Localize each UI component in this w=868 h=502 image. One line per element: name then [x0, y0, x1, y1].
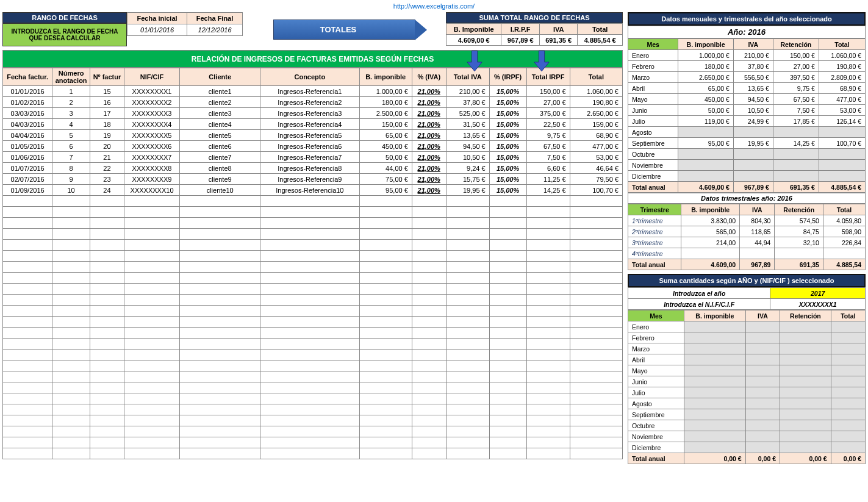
cell[interactable]: 159,00 € — [570, 119, 622, 130]
cell[interactable]: Ingresos-Referencia4 — [260, 119, 359, 130]
cell[interactable]: XXXXXXXX2 — [124, 97, 179, 108]
cell[interactable]: 94,50 € — [446, 141, 489, 152]
cell[interactable]: 21,00% — [412, 174, 446, 185]
cell[interactable]: XXXXXXXX8 — [124, 163, 179, 174]
cell[interactable]: 375,00 € — [526, 108, 570, 119]
table-row[interactable]: 03/03/2016317XXXXXXXX3cliente3Ingresos-R… — [3, 108, 623, 119]
cell[interactable]: 04/03/2016 — [3, 119, 52, 130]
cell[interactable]: cliente10 — [180, 185, 260, 196]
cell[interactable]: 9,24 € — [446, 163, 489, 174]
cell[interactable]: 5 — [52, 130, 90, 141]
cell[interactable]: 21,00% — [412, 152, 446, 163]
cell[interactable]: 22,50 € — [526, 119, 570, 130]
cell[interactable]: 21,00% — [412, 163, 446, 174]
cell[interactable]: 79,50 € — [570, 174, 622, 185]
cell[interactable]: 21,00% — [412, 141, 446, 152]
cell[interactable]: 15,00% — [489, 130, 526, 141]
fecha-final-value[interactable]: 12/12/2016 — [187, 24, 243, 36]
table-row-empty[interactable] — [3, 262, 623, 273]
cell[interactable]: 01/05/2016 — [3, 141, 52, 152]
cell[interactable]: 19,95 € — [446, 185, 489, 196]
cell[interactable]: 15 — [90, 86, 124, 97]
table-row-empty[interactable] — [3, 273, 623, 284]
table-row-empty[interactable] — [3, 317, 623, 328]
table-row-empty[interactable] — [3, 437, 623, 448]
cell[interactable]: 21,00% — [412, 185, 446, 196]
cell[interactable]: XXXXXXXX9 — [124, 174, 179, 185]
cell[interactable]: 8 — [52, 163, 90, 174]
right2-ano-value[interactable]: 2017 — [770, 288, 866, 299]
cell[interactable]: 23 — [90, 174, 124, 185]
cell[interactable]: 2.650,00 € — [570, 108, 622, 119]
cell[interactable]: 7,50 € — [526, 152, 570, 163]
cell[interactable]: cliente5 — [180, 130, 260, 141]
cell[interactable]: 21,00% — [412, 108, 446, 119]
cell[interactable]: Ingresos-Referencia5 — [260, 130, 359, 141]
cell[interactable]: 67,50 € — [526, 141, 570, 152]
cell[interactable]: Ingresos-Referencia10 — [260, 185, 359, 196]
cell[interactable]: 17 — [90, 108, 124, 119]
cell[interactable]: 525,00 € — [446, 108, 489, 119]
cell[interactable]: 46,64 € — [570, 163, 622, 174]
table-row-empty[interactable] — [3, 350, 623, 360]
cell[interactable]: cliente4 — [180, 119, 260, 130]
cell[interactable]: 1.000,00 € — [359, 86, 412, 97]
cell[interactable]: 2.500,00 € — [359, 108, 412, 119]
cell[interactable]: 75,00 € — [359, 174, 412, 185]
cell[interactable]: 150,00 € — [359, 119, 412, 130]
cell[interactable]: 37,80 € — [446, 97, 489, 108]
table-row[interactable]: 01/05/2016620XXXXXXXX6cliente6Ingresos-R… — [3, 141, 623, 152]
cell[interactable]: 03/03/2016 — [3, 108, 52, 119]
cell[interactable]: 65,00 € — [359, 130, 412, 141]
fecha-inicial-value[interactable]: 01/01/2016 — [127, 24, 187, 36]
cell[interactable]: Ingresos-Referencia8 — [260, 163, 359, 174]
cell[interactable]: XXXXXXXX1 — [124, 86, 179, 97]
table-row-empty[interactable] — [3, 229, 623, 240]
cell[interactable]: 15,00% — [489, 119, 526, 130]
cell[interactable]: 2 — [52, 97, 90, 108]
cell[interactable]: 18 — [90, 119, 124, 130]
cell[interactable]: 6 — [52, 141, 90, 152]
table-row-empty[interactable] — [3, 339, 623, 350]
table-row[interactable]: 01/02/2016216XXXXXXXX2cliente2Ingresos-R… — [3, 97, 623, 108]
table-row[interactable]: 01/07/2016822XXXXXXXX8cliente8Ingresos-R… — [3, 163, 623, 174]
cell[interactable]: 15,00% — [489, 141, 526, 152]
cell[interactable]: XXXXXXXX5 — [124, 130, 179, 141]
cell[interactable]: 3 — [52, 108, 90, 119]
cell[interactable]: 7 — [52, 152, 90, 163]
cell[interactable]: XXXXXXXX7 — [124, 152, 179, 163]
cell[interactable]: 16 — [90, 97, 124, 108]
cell[interactable]: 1 — [52, 86, 90, 97]
cell[interactable]: 13,65 € — [446, 130, 489, 141]
cell[interactable]: 11,25 € — [526, 174, 570, 185]
cell[interactable]: XXXXXXXX6 — [124, 141, 179, 152]
cell[interactable]: 15,75 € — [446, 174, 489, 185]
table-row-empty[interactable] — [3, 371, 623, 382]
cell[interactable]: 450,00 € — [359, 141, 412, 152]
cell[interactable]: 14,25 € — [526, 185, 570, 196]
table-row-empty[interactable] — [3, 448, 623, 459]
cell[interactable]: 01/02/2016 — [3, 97, 52, 108]
cell[interactable]: cliente2 — [180, 97, 260, 108]
table-row[interactable]: 01/01/2016115XXXXXXXX1cliente1Ingresos-R… — [3, 86, 623, 97]
cell[interactable]: 27,00 € — [526, 97, 570, 108]
cell[interactable]: 15,00% — [489, 97, 526, 108]
cell[interactable]: 31,50 € — [446, 119, 489, 130]
cell[interactable]: 50,00 € — [359, 152, 412, 163]
right2-nif-value[interactable]: XXXXXXXX1 — [770, 299, 866, 310]
cell[interactable]: 15,00% — [489, 174, 526, 185]
cell[interactable]: 15,00% — [489, 108, 526, 119]
cell[interactable]: 01/06/2016 — [3, 152, 52, 163]
table-row[interactable]: 04/03/2016418XXXXXXXX4cliente4Ingresos-R… — [3, 119, 623, 130]
table-row-empty[interactable] — [3, 251, 623, 262]
cell[interactable]: 01/09/2016 — [3, 185, 52, 196]
cell[interactable]: Ingresos-Referencia1 — [260, 86, 359, 97]
cell[interactable]: 1.060,00 € — [570, 86, 622, 97]
cell[interactable]: 20 — [90, 141, 124, 152]
cell[interactable]: 100,70 € — [570, 185, 622, 196]
cell[interactable]: 15,00% — [489, 86, 526, 97]
cell[interactable]: 15,00% — [489, 152, 526, 163]
cell[interactable]: cliente3 — [180, 108, 260, 119]
table-row-empty[interactable] — [3, 426, 623, 437]
cell[interactable]: 01/01/2016 — [3, 86, 52, 97]
